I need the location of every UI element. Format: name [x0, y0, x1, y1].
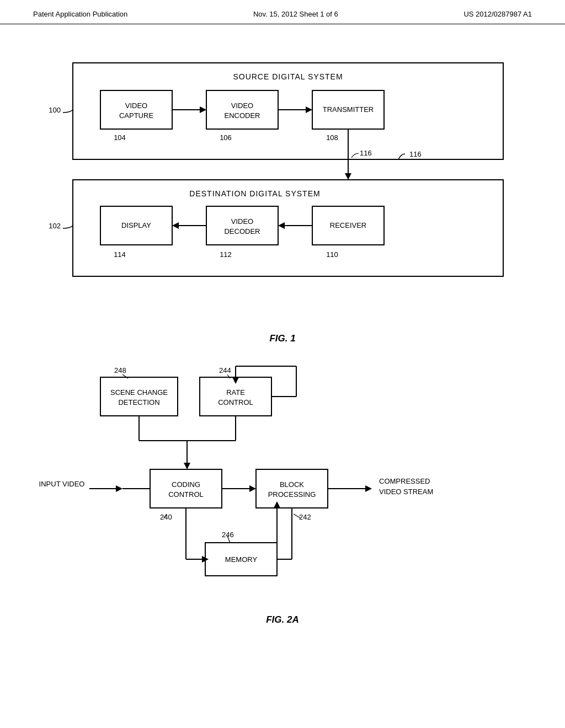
- input-video-label: INPUT VIDEO: [39, 480, 85, 488]
- dest-system-label: DESTINATION DIGITAL SYSTEM: [189, 189, 320, 198]
- block-processing-label2: PROCESSING: [268, 490, 316, 499]
- arrow-transmitter-down: [345, 173, 351, 180]
- num-114: 114: [114, 250, 126, 259]
- header-middle: Nov. 15, 2012 Sheet 1 of 6: [253, 10, 338, 18]
- scene-change-label2: DETECTION: [118, 398, 159, 406]
- svg-rect-13: [100, 377, 178, 416]
- fig1-diagram: SOURCE DIGITAL SYSTEM VIDEO CAPTURE 104 …: [34, 46, 531, 317]
- video-encoder-label2: ENCODER: [224, 111, 260, 120]
- fig1-label: FIG. 1: [33, 333, 532, 344]
- video-decoder-label: VIDEO: [231, 217, 253, 226]
- arrow-decoder-display: [172, 222, 179, 229]
- page-content: SOURCE DIGITAL SYSTEM VIDEO CAPTURE 104 …: [0, 24, 565, 664]
- rate-control-label: RATE: [226, 388, 245, 397]
- num-244: 244: [219, 366, 231, 374]
- arrow-to-coding: [184, 463, 190, 469]
- num-116-label: 116: [360, 149, 372, 157]
- compressed-video-label2: VIDEO STREAM: [379, 488, 433, 496]
- arrow-encoder-transmitter: [306, 106, 312, 113]
- num-116: 116: [409, 150, 422, 158]
- header-left: Patent Application Publication: [33, 10, 127, 18]
- arrow-compressed-video: [365, 485, 372, 492]
- svg-rect-25: [256, 469, 328, 508]
- header-right: US 2012/0287987 A1: [463, 10, 532, 18]
- compressed-video-label: COMPRESSED: [379, 477, 430, 485]
- receiver-label: RECEIVER: [330, 221, 366, 229]
- arrow-memory-block: [274, 501, 280, 508]
- arrow-receiver-decoder: [278, 222, 285, 229]
- memory-label: MEMORY: [225, 555, 258, 564]
- num-106: 106: [220, 133, 232, 142]
- num-102: 102: [49, 222, 61, 230]
- display-label: DISPLAY: [121, 221, 151, 229]
- page-header: Patent Application Publication Nov. 15, …: [0, 0, 565, 24]
- scene-change-label: SCENE CHANGE: [110, 388, 168, 397]
- num-240: 240: [160, 513, 172, 521]
- fig2a-label: FIG. 2A: [33, 614, 532, 625]
- block-processing-label: BLOCK: [280, 480, 304, 489]
- num-242: 242: [299, 513, 311, 521]
- svg-rect-3: [206, 90, 278, 129]
- video-encoder-label: VIDEO: [231, 101, 253, 110]
- arrow-input-video: [116, 485, 122, 492]
- svg-rect-23: [150, 469, 222, 508]
- arrow-capture-encoder: [200, 106, 206, 113]
- num-100: 100: [49, 106, 61, 114]
- coding-control-label: CODING: [172, 480, 200, 489]
- video-decoder-label2: DECODER: [224, 227, 260, 235]
- svg-rect-1: [100, 90, 172, 129]
- video-capture-label: VIDEO: [125, 101, 147, 110]
- video-capture-label2: CAPTURE: [119, 111, 153, 120]
- num-112: 112: [220, 250, 232, 259]
- num-248: 248: [114, 366, 126, 374]
- rate-feedback-arrow: [232, 377, 239, 384]
- coding-control-label2: CONTROL: [168, 490, 204, 499]
- svg-rect-10: [206, 206, 278, 245]
- fig2a-diagram: SCENE CHANGE DETECTION 248 RATE CONTROL …: [34, 361, 531, 598]
- num-108: 108: [326, 133, 338, 142]
- arrow-coding-block: [249, 485, 256, 492]
- source-system-label: SOURCE DIGITAL SYSTEM: [233, 72, 343, 81]
- transmitter-label: TRANSMITTER: [323, 105, 374, 114]
- num-110: 110: [326, 250, 338, 259]
- num-104: 104: [114, 133, 126, 142]
- rate-control-label2: CONTROL: [218, 398, 253, 406]
